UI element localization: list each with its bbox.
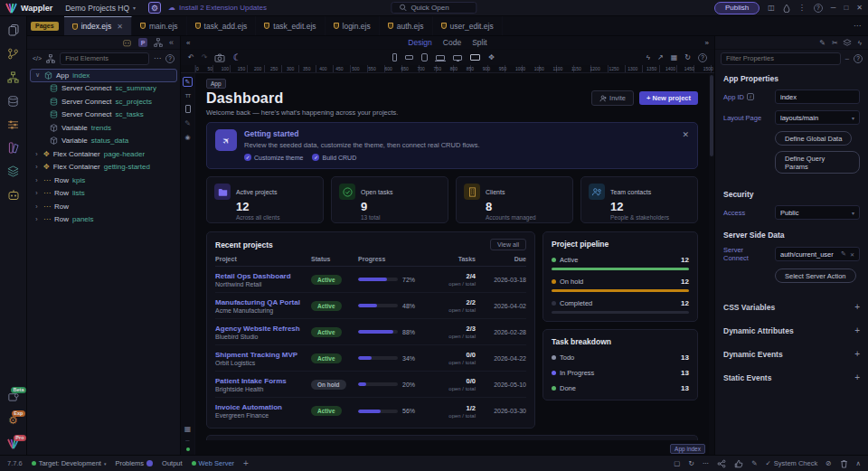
invite-button[interactable]: Invite xyxy=(591,90,634,106)
tab-task-add-ejs[interactable]: task_add.ejs xyxy=(187,16,257,35)
output-tab[interactable]: Output xyxy=(162,459,183,467)
table-row[interactable]: Agency Website RefreshBluebird Studio Ac… xyxy=(215,319,526,345)
check-customize-theme[interactable]: ✓Customize theme xyxy=(244,154,303,161)
collapse-panel-icon[interactable]: « xyxy=(169,38,174,47)
tree-item-sc-summary[interactable]: Server Connectsc_summary xyxy=(30,82,177,96)
settings-gear-button[interactable]: ⚙ xyxy=(148,2,161,14)
table-row[interactable]: Patient Intake FormsBrightside Health On… xyxy=(215,372,526,398)
tree-item-variable-status-data[interactable]: Variablestatus_data xyxy=(30,135,177,148)
select-server-action-button[interactable]: Select Server Action xyxy=(775,268,856,283)
expand-plus-icon[interactable]: + xyxy=(854,325,860,335)
tab-user-edit-ejs[interactable]: user_edit.ejs xyxy=(433,16,503,35)
dark-mode-moon-icon[interactable]: ☾ xyxy=(232,52,241,62)
widescreen-breakpoint-icon[interactable] xyxy=(470,54,480,61)
reload-icon[interactable]: ↻ xyxy=(688,459,693,467)
design-panel-icon[interactable] xyxy=(8,142,19,154)
experimental-settings-icon[interactable]: ⚙Exp xyxy=(8,414,18,427)
publish-button[interactable]: Publish xyxy=(714,2,760,14)
expand-plus-icon[interactable]: + xyxy=(854,349,860,359)
quick-actions-bolt-icon[interactable]: ϟ xyxy=(646,53,650,61)
tab-overflow-icon[interactable]: ⋯ xyxy=(846,22,868,30)
more-actions-icon[interactable]: ⋯ xyxy=(703,459,710,467)
access-select[interactable]: Public▾ xyxy=(775,205,860,220)
layers-panel-icon[interactable] xyxy=(7,165,19,177)
canvas-vertical-scrollbar[interactable] xyxy=(709,73,714,455)
cut-icon[interactable]: ✂ xyxy=(832,39,836,47)
structure-help-icon[interactable]: ? xyxy=(165,54,175,63)
section-dynamic-events[interactable]: Dynamic Events+ xyxy=(723,349,860,359)
layers-stack-icon[interactable] xyxy=(843,39,852,47)
tab-auth-ejs[interactable]: auth.ejs xyxy=(380,16,433,35)
tab-split[interactable]: Split xyxy=(472,38,487,47)
database-panel-icon[interactable] xyxy=(7,95,19,108)
chevron-right-icon[interactable]: › xyxy=(33,216,40,222)
phone-breakpoint-icon[interactable] xyxy=(392,53,397,61)
visibility-eye-icon[interactable]: ◉ xyxy=(184,134,190,141)
table-row[interactable]: Shipment Tracking MVPOrbit Logistics Act… xyxy=(215,345,526,372)
tab-design[interactable]: Design xyxy=(408,38,431,47)
wappler-pro-icon[interactable]: Pro xyxy=(7,438,19,449)
define-query-params-button[interactable]: Define Query Params xyxy=(775,151,860,174)
server-connect-field[interactable]: auth/current_user✎✕ xyxy=(775,247,860,261)
minus-icon[interactable]: ─ xyxy=(845,56,849,61)
tab-login-ejs[interactable]: login.ejs xyxy=(326,16,380,35)
clear-console-icon[interactable]: ⊘ xyxy=(826,459,831,467)
tree-item-flex-getting-started[interactable]: › ✥ Flex Containergetting-started xyxy=(30,161,177,174)
collapse-right-icon[interactable]: » xyxy=(705,39,709,47)
collapse-up-icon[interactable]: ∧ xyxy=(856,459,862,467)
app-connect-icon[interactable]: P xyxy=(138,38,147,47)
share-nodes-icon[interactable] xyxy=(717,459,726,468)
divider-handle-icon[interactable]: ─ xyxy=(185,438,189,443)
tree-item-row-kpis[interactable]: › ⋯ Rowkpis xyxy=(30,174,177,187)
refresh-icon[interactable]: ↻ xyxy=(684,53,691,61)
more-options-icon[interactable]: ⋮ xyxy=(798,4,806,12)
undo-icon[interactable]: ↶ xyxy=(188,53,194,61)
quick-format-bolt-icon[interactable]: ϟ xyxy=(858,39,862,47)
chevron-right-icon[interactable]: › xyxy=(33,151,40,157)
trash-icon[interactable] xyxy=(840,459,848,468)
layout-page-select[interactable]: layouts/main▾ xyxy=(775,110,860,125)
quick-open-button[interactable]: Quick Open xyxy=(391,2,476,14)
chevron-right-icon[interactable]: › xyxy=(33,177,40,184)
table-row[interactable]: Invoice AutomationEvergreen Finance Acti… xyxy=(215,398,526,424)
tree-item-flex-page-header[interactable]: › ✥ Flex Containerpage-header xyxy=(30,147,177,161)
sitemap-icon[interactable] xyxy=(154,38,163,47)
table-row[interactable]: Retail Ops DashboardNorthwind Retail Act… xyxy=(215,267,526,293)
tree-item-sc-tasks[interactable]: Server Connectsc_tasks xyxy=(30,108,177,122)
table-row[interactable]: Manufacturing QA PortalAcme Manufacturin… xyxy=(215,293,526,319)
check-build-crud[interactable]: ✓Build CRUD xyxy=(312,154,356,161)
web-server-tab[interactable]: Web Server xyxy=(192,459,234,467)
add-panel-icon[interactable]: + xyxy=(243,458,249,468)
app-element-tag[interactable]: App xyxy=(206,79,226,89)
chevron-right-icon[interactable]: › xyxy=(33,203,40,210)
edit-pencil-icon[interactable]: ✎ xyxy=(841,250,846,258)
properties-help-icon[interactable]: ? xyxy=(854,54,863,63)
edit-element-icon[interactable]: ✎ xyxy=(183,77,193,87)
new-project-button[interactable]: + New project xyxy=(639,91,698,105)
minimize-button[interactable]: ─ xyxy=(831,4,836,12)
code-view-icon[interactable]: </> xyxy=(33,55,42,61)
components-grid-icon[interactable]: ▦ xyxy=(671,53,678,61)
workflows-panel-icon[interactable] xyxy=(7,71,19,83)
tree-item-sc-projects[interactable]: Server Connectsc_projects xyxy=(30,95,177,108)
thumbs-up-icon[interactable] xyxy=(734,459,743,468)
layout-columns-icon[interactable]: ◫ xyxy=(768,4,775,12)
filter-properties-input[interactable] xyxy=(721,52,841,65)
extension-updates-link[interactable]: ☁ Install 2 Extension Updates xyxy=(168,4,267,12)
move-tool-icon[interactable]: ✥ xyxy=(488,53,495,61)
close-window-button[interactable]: ✕ xyxy=(856,4,863,12)
git-panel-icon[interactable] xyxy=(7,48,19,60)
view-all-button[interactable]: View all xyxy=(490,239,526,250)
section-css-variables[interactable]: CSS Variables+ xyxy=(723,302,860,312)
drag-grid-icon[interactable]: ▦ xyxy=(184,425,192,433)
tree-item-row[interactable]: › ⋯ Row xyxy=(30,200,177,213)
extensions-panel-icon[interactable]: Beta xyxy=(7,391,19,402)
text-tool-icon[interactable]: TT xyxy=(185,93,190,99)
design-help-icon[interactable]: ? xyxy=(698,53,707,62)
open-in-browser-icon[interactable]: ↗ xyxy=(657,53,664,61)
tree-view-icon[interactable] xyxy=(46,54,55,63)
define-global-data-button[interactable]: Define Global Data xyxy=(775,131,852,146)
tab-task-edit-ejs[interactable]: task_edit.ejs xyxy=(256,16,325,35)
app-id-input[interactable] xyxy=(775,89,860,104)
redo-icon[interactable]: ↷ xyxy=(202,53,208,61)
